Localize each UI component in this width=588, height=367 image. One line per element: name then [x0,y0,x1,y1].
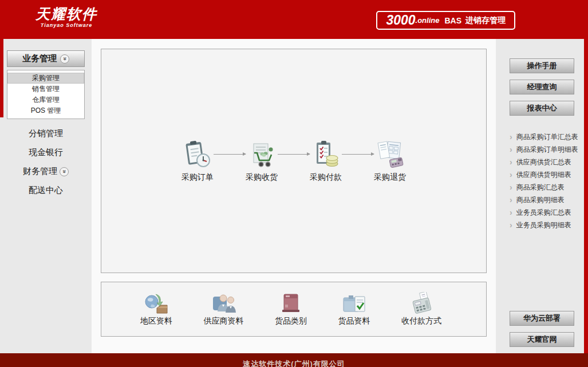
base-data-panel: 地区资料 供应商资料 [101,282,487,337]
globe-folder-icon [143,292,169,315]
report-link-purchase-order-summary[interactable]: › 商品采购订单汇总表 [510,131,584,143]
right-bottom-buttons: 华为云部署 天耀官网 [510,311,584,353]
report-link-label: 供应商供货明细表 [516,170,571,180]
report-link-label: 商品采购订单明细表 [516,145,578,155]
box-checklist-icon [341,292,368,315]
report-center-button[interactable]: 报表中心 [510,101,574,116]
report-link-supplier-supply-summary[interactable]: › 供应商供货汇总表 [510,156,584,168]
chevron-right-icon: › [510,183,512,191]
report-link-label: 商品采购汇总表 [516,183,565,192]
flow-label: 采购付款 [310,172,342,183]
report-link-label: 业务员采购明细表 [516,220,571,230]
sidebar-item-label: 财务管理 [23,166,57,177]
sidebar-item-delivery-center[interactable]: 配送中心 [0,181,92,200]
chevron-right-icon: › [510,145,512,153]
main-area: 采购订单 [92,39,496,353]
base-item-goods-category[interactable]: 货品类别 [275,292,307,326]
chevron-right-icon: › [510,221,512,229]
flow-arrow-icon [214,154,246,155]
submenu-item-pos[interactable]: POS 管理 [7,105,84,116]
report-link-salesman-purchase-detail[interactable]: › 业务员采购明细表 [510,219,584,231]
chevron-right-icon: › [510,158,512,166]
content-area: 业务管理 » 采购管理 销售管理 仓库管理 POS 管理 分销管理 现金银行 财… [0,39,588,353]
submenu-item-purchase[interactable]: 采购管理 [7,73,84,84]
chevron-double-down-icon: » [60,167,69,176]
sidebar-item-label: 分销管理 [29,128,63,139]
base-item-label: 货品类别 [275,316,307,326]
purchase-flow-panel: 采购订单 [101,49,487,273]
suppliers-people-icon [211,292,237,315]
business-submenu: 采购管理 销售管理 仓库管理 POS 管理 [7,70,85,119]
sidebar-item-finance[interactable]: 财务管理 » [0,162,92,181]
red-box-icon [278,292,304,315]
base-item-payment-method[interactable]: 收付款方式 [401,292,441,326]
huawei-cloud-button[interactable]: 华为云部署 [510,311,574,326]
brand-logo: 天耀软件 Tianyao Software [35,6,97,28]
report-link-label: 商品采购订单汇总表 [516,132,578,142]
app-window: 天耀软件 Tianyao Software 3000 .online BAS 进… [0,0,588,367]
chevron-right-icon: › [510,171,512,179]
report-link-label: 供应商供货汇总表 [516,157,571,167]
sidebar-group-label: 业务管理 [22,53,57,64]
brand-subtitle: Tianyao Software [35,22,97,28]
report-link-supplier-supply-detail[interactable]: › 供应商供货明细表 [510,168,584,181]
sidebar-nav-list: 分销管理 现金银行 财务管理 » 配送中心 [0,124,92,200]
flow-arrow-icon [342,154,374,155]
submenu-item-warehouse[interactable]: 仓库管理 [7,94,84,105]
official-site-button[interactable]: 天耀官网 [510,332,574,347]
flow-label: 采购退货 [374,172,406,183]
calculator-icon [408,292,435,315]
header-bar: 天耀软件 Tianyao Software 3000 .online BAS 进… [0,0,588,39]
right-sidebar: 操作手册 经理查询 报表中心 › 商品采购订单汇总表 › 商品采购订单明细表 ›… [496,39,584,353]
purchase-flow-row: 采购订单 [181,140,406,183]
footer-bar: 速达软件技术(广州)有限公司 [0,353,588,367]
base-item-goods-data[interactable]: 货品资料 [338,292,370,326]
manager-query-button[interactable]: 经理查询 [510,80,574,94]
base-item-region-data[interactable]: 地区资料 [140,292,172,326]
product-badge-code: BAS [444,16,461,25]
left-sidebar: 业务管理 » 采购管理 销售管理 仓库管理 POS 管理 分销管理 现金银行 财… [0,39,92,353]
sidebar-item-cash-bank[interactable]: 现金银行 [0,143,92,162]
base-item-label: 供应商资料 [204,316,244,326]
flow-label: 采购收货 [246,172,278,183]
report-link-label: 业务员采购汇总表 [516,208,571,218]
report-link-purchase-order-detail[interactable]: › 商品采购订单明细表 [510,143,584,156]
sidebar-group-business-management[interactable]: 业务管理 » [7,50,85,67]
chevron-right-icon: › [510,196,512,204]
sidebar-item-label: 配送中心 [29,185,63,196]
flow-label: 采购订单 [181,172,214,183]
report-link-goods-purchase-detail[interactable]: › 商品采购明细表 [510,194,584,206]
chevron-right-icon: › [510,133,512,141]
brand-title: 天耀软件 [35,6,97,22]
product-badge-suffix: .online [416,16,440,27]
flow-item-purchase-order[interactable]: 采购订单 [181,140,214,183]
right-accent-strip [584,39,588,353]
cart-receive-icon [246,140,277,171]
report-link-salesman-purchase-summary[interactable]: › 业务员采购汇总表 [510,206,584,219]
left-accent-strip [0,39,3,117]
flow-item-purchase-return[interactable]: 采购退货 [374,140,406,183]
company-name: 速达软件技术(广州)有限公司 [243,359,345,367]
sidebar-item-label: 现金银行 [29,147,63,158]
clipboard-clock-icon [182,140,213,171]
report-link-label: 商品采购明细表 [516,195,565,205]
chevron-right-icon: › [510,208,512,216]
flow-item-purchase-payment[interactable]: 采购付款 [310,140,342,183]
product-badge-label: 进销存管理 [465,15,506,26]
chevron-double-down-icon: » [60,54,69,64]
product-badge: 3000 .online BAS 进销存管理 [376,11,515,30]
base-item-supplier-data[interactable]: 供应商资料 [204,292,244,326]
sidebar-item-distribution[interactable]: 分销管理 [0,124,92,143]
flow-arrow-icon [278,154,310,155]
clipboard-coins-icon [310,140,341,171]
base-item-label: 地区资料 [140,316,172,326]
submenu-item-sales[interactable]: 销售管理 [7,84,84,94]
product-badge-number: 3000 [386,14,415,27]
manual-button[interactable]: 操作手册 [510,58,574,73]
flow-item-purchase-receive[interactable]: 采购收货 [246,140,278,183]
report-list: › 商品采购订单汇总表 › 商品采购订单明细表 › 供应商供货汇总表 › 供应商… [510,131,584,231]
report-link-goods-purchase-summary[interactable]: › 商品采购汇总表 [510,181,584,194]
invoice-terminal-icon [374,140,405,171]
base-item-label: 货品资料 [338,316,370,326]
base-item-label: 收付款方式 [401,316,441,326]
